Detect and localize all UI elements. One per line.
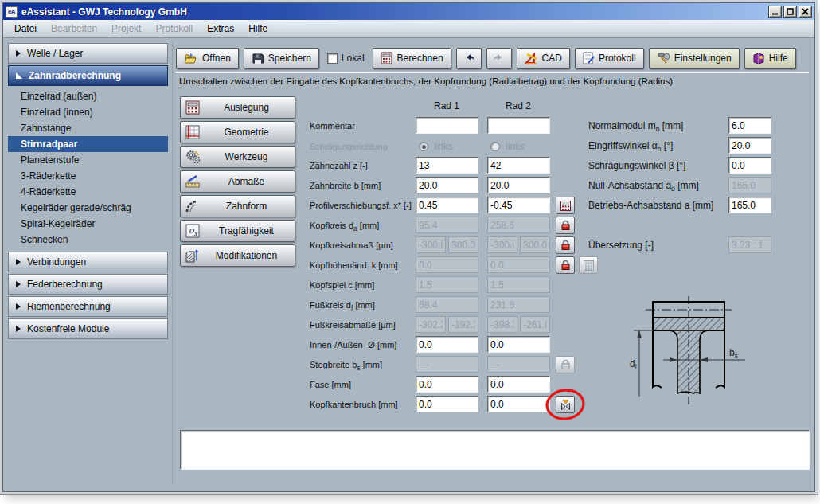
close-icon <box>802 8 809 15</box>
kommentar-rad2-input[interactable] <box>487 117 550 134</box>
kopfhoehenaenderung-calculate-button <box>579 256 598 274</box>
profilverschiebung-rad2-input[interactable] <box>487 197 550 213</box>
eingriffswinkel-label: Eingriffswinkel αn [°] <box>588 138 730 155</box>
stegbreite-label: Stegbreite bs [mm] <box>310 357 416 374</box>
help-button[interactable]: Hilfe <box>744 48 796 69</box>
fusskreis-label: Fußkreis df [mm] <box>310 297 416 315</box>
close-button[interactable] <box>799 6 812 18</box>
sidebar-item-einzelrad-aussen[interactable]: Einzelrad (außen) <box>8 88 168 104</box>
save-button[interactable]: Speichern <box>244 48 319 69</box>
geometrie-button[interactable]: Geometrie <box>180 121 295 143</box>
fase-rad1-input[interactable] <box>416 376 478 393</box>
section-label: Kostenfreie Module <box>27 323 109 334</box>
zahnform-label: Zahnform <box>201 201 291 212</box>
eingriffswinkel-input[interactable] <box>728 137 771 154</box>
null-achsabstand-label: Null-Achsabstand ad [mm] <box>588 178 730 195</box>
gear-segment-icon <box>184 199 201 213</box>
sidebar-section-federberechnung[interactable]: Federberechnung <box>8 274 168 295</box>
sidebar-item-planetenstufe[interactable]: Planetenstufe <box>8 152 168 168</box>
abmasse-button[interactable]: Abmaße <box>180 170 295 193</box>
cad-label: CAD <box>542 53 562 64</box>
kommentar-rad1-input[interactable] <box>416 117 478 134</box>
undo-button[interactable] <box>456 48 482 69</box>
toolbar-separator <box>176 72 809 73</box>
profilverschiebung-rad1-input[interactable] <box>416 197 478 213</box>
lock-icon <box>560 220 571 231</box>
kopfkantenbruch-toggle-button[interactable] <box>556 396 575 413</box>
settings-button[interactable]: Einstellungen <box>649 48 740 69</box>
modifikationen-button[interactable]: Modifikationen <box>180 244 295 267</box>
abmasse-label: Abmaße <box>201 176 291 187</box>
local-checkbox[interactable] <box>327 53 338 64</box>
protocol-button[interactable]: Protokoll <box>575 48 644 69</box>
app-window: eA eAssistant - GWJ Technology GmbH Date… <box>2 2 815 492</box>
sidebar-item-3-raederkette[interactable]: 3-Räderkette <box>8 168 168 184</box>
kopfkreis-lock-button[interactable] <box>556 217 575 234</box>
window-title: eAssistant - GWJ Technology GmbH <box>21 6 767 18</box>
profilverschiebung-calculate-button[interactable] <box>556 197 575 214</box>
protocol-label: Protokoll <box>599 53 636 64</box>
werkzeug-button[interactable]: Werkzeug <box>180 146 295 168</box>
sidebar-section-zahnradberechnung[interactable]: Zahnradberechnung <box>8 65 168 86</box>
sidebar-section-welle-lager[interactable]: Welle / Lager <box>8 43 168 64</box>
sidebar-item-zahnstange[interactable]: Zahnstange <box>8 120 168 136</box>
sidebar-item-kegelraeder[interactable]: Kegelräder gerade/schräg <box>8 200 168 216</box>
settings-label: Einstellungen <box>674 53 732 64</box>
schraegungswinkel-label: Schrägungswinkel β [°] <box>588 158 730 174</box>
lock-icon <box>560 240 571 251</box>
cad-button[interactable]: CAD <box>517 48 570 69</box>
chevron-open-icon <box>16 72 22 79</box>
kopfkantenbruch-rad2-input[interactable] <box>487 396 550 412</box>
kopfhoehenaenderung-lock-button[interactable] <box>556 256 575 274</box>
help-label: Hilfe <box>769 53 788 64</box>
protocol-notepad-icon <box>583 52 595 64</box>
sigma-x-icon: σx <box>184 224 201 238</box>
betriebs-achsabstand-input[interactable] <box>728 197 771 213</box>
app-icon: eA <box>6 6 18 18</box>
kopfspiel-rad2-input <box>487 276 550 293</box>
drawing-bs-dimension-label: bs <box>729 347 738 358</box>
stegbreite-rad1-input <box>416 356 478 373</box>
schraegungswinkel-input[interactable] <box>728 157 771 174</box>
normalmodul-input[interactable] <box>728 117 771 134</box>
menu-protokoll: Protokoll <box>149 21 199 36</box>
gear-cross-section-drawing <box>615 295 810 420</box>
fusskreis-rad2-input <box>487 296 550 313</box>
kopfkreisabmass-lock-button[interactable] <box>556 236 575 254</box>
sidebar-item-stirnradpaar[interactable]: Stirnradpaar <box>8 136 168 152</box>
schraegung-rad1-radio-label: links <box>434 141 453 152</box>
tragfaehigkeit-button[interactable]: σx Tragfähigkeit <box>180 220 295 242</box>
calculate-button[interactable]: Berechnen <box>373 48 451 69</box>
zahnbreite-rad2-input[interactable] <box>487 177 550 193</box>
sidebar-section-kostenfreie-module[interactable]: Kostenfreie Module <box>8 318 168 339</box>
sidebar-item-4-raederkette[interactable]: 4-Räderkette <box>8 184 168 200</box>
menu-extras[interactable]: Extras <box>201 21 240 36</box>
maximize-button[interactable] <box>783 6 797 18</box>
minimize-button[interactable] <box>768 6 782 18</box>
main-panel: Öffnen Speichern Lokal Berechnen <box>172 43 810 483</box>
auslegung-button[interactable]: Auslegung <box>180 96 295 119</box>
message-box[interactable] <box>180 430 810 470</box>
kopfkreisabmass-rad2-upper-input <box>520 236 550 253</box>
zaehnezahl-rad2-input[interactable] <box>487 157 550 174</box>
sidebar-section-verbindungen[interactable]: Verbindungen <box>8 252 168 272</box>
chevron-right-icon <box>16 259 21 265</box>
open-button[interactable]: Öffnen <box>176 48 239 69</box>
kopfkantenbruch-rad1-input[interactable] <box>416 396 478 412</box>
innen-aussen-rad2-input[interactable] <box>487 336 550 353</box>
sidebar-section-riemenberechnung[interactable]: Riemenberechnung <box>8 296 168 317</box>
chevron-right-icon <box>16 326 21 332</box>
sidebar-item-einzelrad-innen[interactable]: Einzelrad (innen) <box>8 104 168 120</box>
zaehnezahl-rad1-input[interactable] <box>416 157 478 174</box>
gears-icon <box>184 150 201 164</box>
innen-aussen-rad1-input[interactable] <box>416 336 478 353</box>
kopfkreis-rad2-input <box>487 217 550 233</box>
menu-datei[interactable]: Datei <box>8 21 43 36</box>
menu-hilfe[interactable]: Hilfe <box>242 21 274 36</box>
fase-rad2-input[interactable] <box>487 376 550 393</box>
zahnbreite-rad1-input[interactable] <box>416 177 478 193</box>
zahnform-button[interactable]: Zahnform <box>180 195 295 217</box>
kommentar-label: Kommentar <box>310 118 416 135</box>
sidebar-item-schnecken[interactable]: Schnecken <box>8 232 168 248</box>
sidebar-item-spiral-kegelraeder[interactable]: Spiral-Kegelräder <box>8 216 168 232</box>
